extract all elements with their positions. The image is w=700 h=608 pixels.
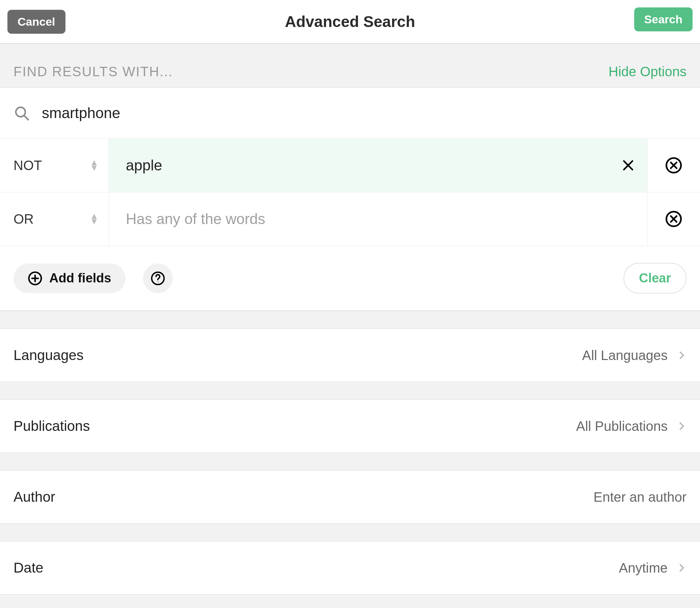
clear-input-icon[interactable]	[621, 158, 636, 173]
hide-options-button[interactable]: Hide Options	[608, 64, 686, 79]
condition-row: NOT ▲ ▼	[0, 139, 700, 192]
delete-condition-button[interactable]	[647, 192, 700, 246]
condition-row: OR ▲ ▼	[0, 192, 700, 246]
clear-button[interactable]: Clear	[623, 263, 686, 293]
operator-stepper[interactable]: ▲ ▼	[90, 213, 98, 224]
filter-row-author[interactable]: Author Enter an author	[0, 471, 700, 523]
find-results-section-header: Find Results With... Hide Options	[0, 44, 700, 88]
condition-input-cell	[109, 139, 647, 192]
filter-row-date[interactable]: Date Anytime	[0, 542, 700, 594]
filter-row-publications[interactable]: Publications All Publications	[0, 400, 700, 453]
filter-label: Date	[14, 560, 43, 576]
filter-row-languages[interactable]: Languages All Languages	[0, 329, 700, 382]
operator-label: OR	[14, 212, 34, 227]
filter-label: Languages	[14, 347, 84, 363]
find-results-label: Find Results With...	[14, 64, 173, 79]
filter-label: Author	[14, 489, 55, 505]
chevron-right-icon	[677, 421, 686, 431]
search-icon	[14, 105, 30, 121]
filter-value: Enter an author	[594, 490, 686, 505]
chevron-right-icon	[677, 563, 686, 573]
page-title: Advanced Search	[0, 13, 700, 31]
primary-query-input[interactable]	[41, 104, 686, 122]
utility-row: Add fields Clear	[0, 246, 700, 310]
filter-label: Publications	[14, 418, 90, 434]
chevron-down-icon[interactable]: ▼	[90, 165, 98, 171]
delete-condition-button[interactable]	[647, 139, 700, 192]
filter-value: All Languages	[582, 348, 668, 363]
help-button[interactable]	[143, 264, 173, 293]
svg-point-14	[158, 281, 158, 282]
filter-value: All Publications	[576, 419, 668, 434]
condition-input-cell	[109, 192, 647, 246]
operator-label: NOT	[14, 158, 42, 173]
plus-circle-icon	[28, 271, 42, 286]
section-divider	[0, 453, 700, 471]
section-divider	[0, 382, 700, 400]
add-fields-label: Add fields	[49, 271, 111, 285]
section-divider	[0, 523, 700, 542]
top-bar: Cancel Advanced Search Search	[0, 0, 700, 44]
cancel-button[interactable]: Cancel	[7, 10, 65, 34]
condition-input[interactable]	[125, 156, 614, 174]
search-button[interactable]: Search	[634, 7, 693, 31]
operator-stepper[interactable]: ▲ ▼	[90, 160, 98, 170]
operator-select[interactable]: NOT ▲ ▼	[0, 139, 109, 192]
chevron-right-icon	[677, 350, 686, 360]
section-divider	[0, 594, 700, 608]
condition-input[interactable]	[125, 210, 636, 228]
add-fields-button[interactable]: Add fields	[14, 264, 125, 293]
filter-value: Anytime	[619, 560, 668, 576]
svg-line-1	[24, 116, 28, 120]
operator-select[interactable]: OR ▲ ▼	[0, 192, 109, 246]
primary-query-row	[0, 88, 700, 139]
chevron-down-icon[interactable]: ▼	[90, 219, 98, 224]
section-divider	[0, 310, 700, 329]
help-icon	[151, 271, 165, 286]
